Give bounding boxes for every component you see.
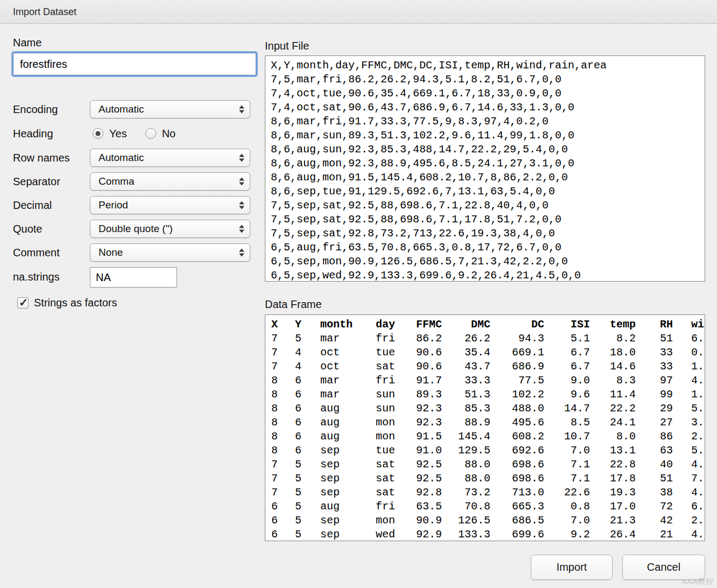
decimal-row: Decimal Period: [0, 195, 264, 215]
radio-unselected-icon: [145, 128, 156, 139]
df-cell: 488.0: [490, 402, 544, 416]
strings-as-factors-option[interactable]: Strings as factors: [17, 297, 117, 309]
df-cell: 33.3: [442, 374, 490, 388]
df-cell: 665.3: [490, 500, 544, 514]
data-frame-label: Data Frame: [265, 298, 322, 311]
df-cell: 7: [271, 332, 295, 346]
df-cell: 91.0: [402, 444, 442, 458]
heading-radio-no[interactable]: No: [145, 128, 176, 140]
df-cell: 90.9: [402, 514, 442, 528]
df-cell: 9.2: [544, 528, 590, 541]
df-cell: 11.4: [590, 388, 636, 402]
df-column-header: month: [320, 318, 376, 332]
input-file-line: 6,5,sep,wed,92.9,133.3,699.6,9.2,26.4,21…: [271, 269, 705, 282]
df-cell: mon: [376, 416, 402, 430]
input-file-preview[interactable]: X,Y,month,day,FFMC,DMC,DC,ISI,temp,RH,wi…: [265, 55, 705, 282]
stepper-arrows-icon: [239, 154, 244, 162]
df-cell: sun: [376, 388, 402, 402]
heading-radio-yes[interactable]: Yes: [93, 128, 127, 140]
df-cell: 5.: [673, 444, 705, 458]
df-cell: 29: [636, 402, 673, 416]
df-cell: 33: [636, 346, 673, 360]
import-button[interactable]: Import: [531, 555, 613, 580]
encoding-dropdown[interactable]: Automatic: [90, 100, 250, 118]
quote-row: Quote Double quote ("): [0, 219, 264, 239]
df-cell: 8: [271, 430, 295, 444]
df-cell: 133.3: [442, 528, 490, 541]
df-cell: 43.7: [442, 360, 490, 374]
row-names-row: Row names Automatic: [0, 148, 264, 167]
df-cell: 4.: [673, 486, 705, 500]
df-cell: 51: [636, 332, 673, 346]
df-cell: 13.1: [590, 444, 636, 458]
table-row: 75sepsat92.873.2713.022.619.3384.: [271, 486, 705, 500]
input-file-line: 7,5,mar,fri,86.2,26.2,94.3,5.1,8.2,51,6.…: [271, 73, 705, 87]
df-cell: mon: [376, 430, 402, 444]
row-names-dropdown[interactable]: Automatic: [90, 149, 250, 167]
df-cell: 90.6: [402, 346, 442, 360]
df-cell: 699.6: [490, 528, 544, 541]
decimal-value: Period: [90, 197, 250, 214]
df-cell: tue: [376, 444, 402, 458]
df-cell: 6: [271, 528, 295, 541]
df-cell: 19.3: [590, 486, 636, 500]
df-cell: sat: [376, 486, 402, 500]
df-cell: 6: [295, 416, 320, 430]
input-file-line: 8,6,mar,fri,91.7,33.3,77.5,9,8.3,97,4,0.…: [271, 115, 705, 129]
strings-as-factors-label: Strings as factors: [34, 297, 117, 309]
df-cell: sat: [376, 472, 402, 486]
input-file-line: 7,4,oct,sat,90.6,43.7,686.9,6.7,14.6,33,…: [271, 101, 705, 115]
df-cell: 77.5: [490, 374, 544, 388]
df-cell: 18.0: [590, 346, 636, 360]
df-cell: 5: [295, 500, 320, 514]
import-dataset-dialog: Import Dataset Name Encoding Automatic H…: [0, 0, 717, 588]
df-cell: 90.6: [402, 360, 442, 374]
df-cell: mar: [320, 332, 376, 346]
df-cell: 713.0: [490, 486, 544, 500]
df-cell: sat: [376, 458, 402, 472]
comment-dropdown[interactable]: None: [90, 243, 250, 262]
df-cell: aug: [320, 402, 376, 416]
df-cell: 0.8: [544, 500, 590, 514]
na-strings-label: na.strings: [13, 267, 60, 286]
na-strings-input[interactable]: [90, 267, 177, 288]
quote-dropdown[interactable]: Double quote ("): [90, 220, 250, 238]
df-column-header: wi: [673, 318, 705, 332]
df-cell: 7: [271, 458, 295, 472]
separator-value: Comma: [90, 173, 250, 190]
input-file-line: 7,4,oct,tue,90.6,35.4,669.1,6.7,18,33,0.…: [271, 87, 705, 101]
dataset-name-input[interactable]: [13, 53, 256, 75]
df-cell: 88.0: [442, 472, 490, 486]
df-cell: 14.6: [590, 360, 636, 374]
table-row: 75sepsat92.588.0698.67.122.8404.: [271, 458, 705, 472]
df-cell: 91.5: [402, 430, 442, 444]
table-row: 86marfri91.733.377.59.08.3974.: [271, 374, 705, 388]
df-cell: 5.1: [544, 332, 590, 346]
df-cell: 8: [271, 416, 295, 430]
cancel-button[interactable]: Cancel: [622, 555, 705, 580]
df-cell: 33: [636, 360, 673, 374]
df-header-row: XYmonthdayFFMCDMCDCISItempRHwi: [271, 318, 705, 332]
df-cell: 17.8: [590, 472, 636, 486]
df-cell: 6: [295, 374, 320, 388]
df-cell: 22.2: [590, 402, 636, 416]
df-column-header: Y: [295, 318, 320, 332]
df-cell: 8.3: [590, 374, 636, 388]
separator-dropdown[interactable]: Comma: [90, 172, 250, 191]
df-cell: 7.0: [544, 514, 590, 528]
df-cell: 72: [636, 500, 673, 514]
df-cell: 5.: [673, 402, 705, 416]
df-cell: sep: [320, 486, 376, 500]
df-cell: 0.: [673, 346, 705, 360]
df-cell: 88.0: [442, 458, 490, 472]
df-cell: aug: [320, 430, 376, 444]
df-cell: 3.: [673, 416, 705, 430]
data-frame-preview[interactable]: XYmonthdayFFMCDMCDCISItempRHwi 75marfri8…: [265, 314, 705, 541]
df-cell: aug: [320, 416, 376, 430]
radio-label-yes: Yes: [109, 128, 127, 140]
df-cell: 89.3: [402, 388, 442, 402]
input-file-label: Input File: [265, 40, 309, 52]
df-cell: 2.: [673, 514, 705, 528]
df-cell: 6.7: [544, 346, 590, 360]
decimal-dropdown[interactable]: Period: [90, 196, 250, 214]
